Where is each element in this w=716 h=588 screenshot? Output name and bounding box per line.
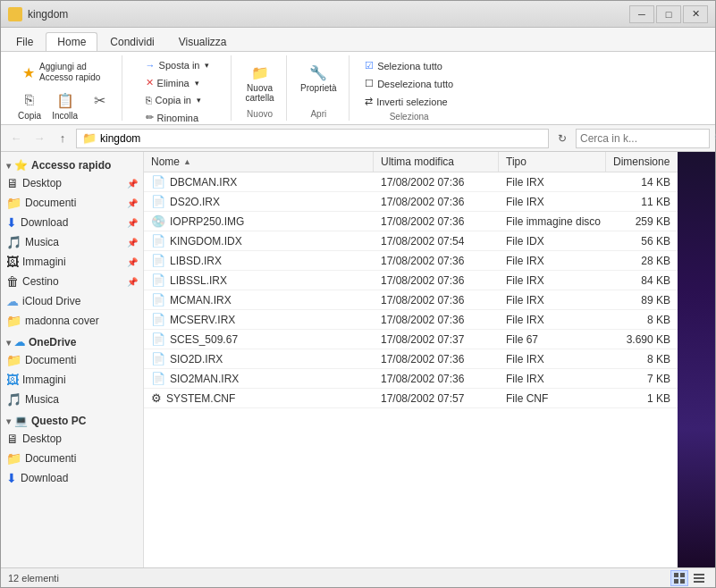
titlebar-title: kingdom <box>28 8 629 21</box>
invert-icon: ⇄ <box>365 96 373 107</box>
deseleziona-tutto-button[interactable]: ☐ Deseleziona tutto <box>358 75 459 92</box>
up-button[interactable]: ↑ <box>53 129 72 148</box>
file-modified-cell: 17/08/2002 07:36 <box>374 251 499 270</box>
col-modifica[interactable]: Ultima modifica <box>374 152 499 172</box>
sidebar-item-immagini-quick[interactable]: 🖼 Immagini 📌 <box>1 252 143 272</box>
pin-icon: 📌 <box>127 257 138 267</box>
proprieta-button[interactable]: 🔧 Proprietà <box>296 59 341 96</box>
filelist: Nome ▲ Ultima modifica Tipo Dimensione 📄… <box>144 152 678 567</box>
table-row[interactable]: 📄 MCMAN.IRX 17/08/2002 07:36 File IRX 89… <box>144 290 678 310</box>
table-row[interactable]: 📄 SIO2MAN.IRX 17/08/2002 07:36 File IRX … <box>144 369 678 389</box>
copia-button[interactable]: ⎘ Copia <box>13 87 46 123</box>
search-box[interactable]: 🔍 <box>576 129 710 148</box>
forward-button[interactable]: → <box>29 129 49 148</box>
tab-file[interactable]: File <box>4 32 45 51</box>
window: kingdom ─ □ ✕ File Home Condividi Visual… <box>0 0 716 588</box>
minimize-button[interactable]: ─ <box>629 5 654 23</box>
filelist-header: Nome ▲ Ultima modifica Tipo Dimensione <box>144 152 678 172</box>
sidebar-item-label: Musica <box>25 236 59 248</box>
table-row[interactable]: 📄 LIBSD.IRX 17/08/2002 07:36 File IRX 28… <box>144 251 678 271</box>
file-size-cell: 3.690 KB <box>606 330 678 349</box>
sidebar-item-desktop-pc[interactable]: 🖥 Desktop <box>1 429 143 449</box>
nuova-cartella-button[interactable]: 📁 Nuovacartella <box>240 59 278 105</box>
tab-home[interactable]: Home <box>46 32 97 51</box>
arrow-icon: ▾ <box>6 161 11 171</box>
close-button[interactable]: ✕ <box>683 5 708 23</box>
clipboard-row: ⎘ Copia 📋 Incolla ✂ <box>13 87 114 123</box>
file-icon: 📄 <box>151 372 165 385</box>
search-input[interactable] <box>580 132 714 145</box>
tab-share[interactable]: Condividi <box>98 32 165 51</box>
sidebar-header-accesso-rapido[interactable]: ▾ ⭐ Accesso rapido <box>1 155 143 173</box>
sidebar-item-label: iCloud Drive <box>22 295 80 307</box>
table-row[interactable]: 💿 IOPRP250.IMG 17/08/2002 07:36 File imm… <box>144 212 678 231</box>
maximize-button[interactable]: □ <box>656 5 681 23</box>
desktop-icon: 🖥 <box>6 432 19 446</box>
file-name-cell: 📄 SIO2D.IRX <box>144 349 374 368</box>
folder-icon: 📁 <box>82 131 97 145</box>
table-row[interactable]: 📄 MCSERV.IRX 17/08/2002 07:36 File IRX 8… <box>144 310 678 330</box>
folder-icon: 📁 <box>6 196 21 210</box>
properties-icon: 🔧 <box>307 62 329 83</box>
view-list-button[interactable] <box>690 570 708 586</box>
grid-icon <box>673 572 686 584</box>
col-tipo[interactable]: Tipo <box>499 152 606 172</box>
sidebar-item-madonna[interactable]: 📁 madonna cover <box>1 311 143 331</box>
sposta-button[interactable]: → Sposta in▾ <box>139 57 216 73</box>
view-grid-button[interactable] <box>670 570 688 586</box>
address-bar[interactable]: 📁 kingdom <box>76 129 549 148</box>
sidebar-header-questo-pc[interactable]: ▾ 💻 Questo PC <box>1 411 143 429</box>
sidebar-item-immagini-od[interactable]: 🖼 Immagini <box>1 370 143 390</box>
table-row[interactable]: 📄 DS2O.IRX 17/08/2002 07:36 File IRX 11 … <box>144 192 678 212</box>
file-name-cell: 📄 MCSERV.IRX <box>144 310 374 329</box>
col-nome[interactable]: Nome ▲ <box>144 152 374 172</box>
questo-pc-label: Questo PC <box>31 415 86 427</box>
tab-view[interactable]: Visualizza <box>167 32 239 51</box>
sidebar-item-documenti-od[interactable]: 📁 Documenti <box>1 350 143 370</box>
sidebar-header-onedrive[interactable]: ▾ ☁ OneDrive <box>1 332 143 350</box>
nuovo-label: Nuovo <box>247 107 273 119</box>
sidebar-item-documenti-pc[interactable]: 📁 Documenti <box>1 449 143 468</box>
refresh-button[interactable]: ↻ <box>552 129 572 148</box>
sidebar-item-musica-quick[interactable]: 🎵 Musica 📌 <box>1 232 143 252</box>
back-button[interactable]: ← <box>6 129 26 148</box>
file-modified-cell: 17/08/2002 07:36 <box>374 290 499 309</box>
table-row[interactable]: 📄 DBCMAN.IRX 17/08/2002 07:36 File IRX 1… <box>144 172 678 192</box>
copia-in-button[interactable]: ⎘ Copia in▾ <box>139 92 216 108</box>
scissors-icon: ✂ <box>88 89 110 111</box>
seleziona-tutto-button[interactable]: ☑ Seleziona tutto <box>358 57 459 74</box>
sidebar-item-musica-od[interactable]: 🎵 Musica <box>1 390 143 409</box>
table-row[interactable]: 📄 KINGDOM.IDX 17/08/2002 07:54 File IDX … <box>144 231 678 251</box>
sidebar-item-desktop-quick[interactable]: 🖥 Desktop 📌 <box>1 173 143 193</box>
incolla-button[interactable]: 📋 Incolla <box>47 87 82 123</box>
sidebar-item-label: Download <box>21 472 68 484</box>
file-name: SCES_509.67 <box>170 333 238 346</box>
star-icon: ★ <box>18 62 39 83</box>
inverti-selezione-button[interactable]: ⇄ Inverti selezione <box>358 93 459 110</box>
elimina-button[interactable]: ✕ Elimina▾ <box>139 74 216 91</box>
cut-button[interactable]: ✂ <box>84 87 114 123</box>
table-row[interactable]: 📄 LIBSSL.IRX 17/08/2002 07:36 File IRX 8… <box>144 271 678 290</box>
main-area: ▾ ⭐ Accesso rapido 🖥 Desktop 📌 📁 Documen… <box>1 152 715 567</box>
col-dimensione[interactable]: Dimensione <box>606 152 678 172</box>
sidebar-item-cestino[interactable]: 🗑 Cestino 📌 <box>1 272 143 291</box>
address-path: kingdom <box>100 132 140 145</box>
file-icon: 📄 <box>151 234 165 248</box>
file-icon: 📄 <box>151 175 165 189</box>
table-row[interactable]: ⚙ SYSTEM.CNF 17/08/2002 07:57 File CNF 1… <box>144 389 678 408</box>
statusbar: 12 elementi <box>1 567 715 587</box>
sidebar-item-download-quick[interactable]: ⬇ Download 📌 <box>1 213 143 232</box>
table-row[interactable]: 📄 SCES_509.67 17/08/2002 07:37 File 67 3… <box>144 330 678 349</box>
sidebar-item-documenti-quick[interactable]: 📁 Documenti 📌 <box>1 193 143 213</box>
sidebar-item-download-pc[interactable]: ⬇ Download <box>1 468 143 488</box>
accesso-rapido-icon: ⭐ <box>14 159 28 172</box>
folder-icon: 📁 <box>6 451 21 466</box>
aggiungi-accesso-button[interactable]: ★ Aggiungi adAccesso rapido <box>13 59 105 86</box>
ribbon: File Home Condividi Visualizza ★ Aggiung… <box>1 28 715 125</box>
sidebar-item-icloud[interactable]: ☁ iCloud Drive <box>1 291 143 311</box>
file-type-cell: File IRX <box>499 290 606 309</box>
table-row[interactable]: 📄 SIO2D.IRX 17/08/2002 07:36 File IRX 8 … <box>144 349 678 369</box>
file-name-cell: 📄 LIBSD.IRX <box>144 251 374 270</box>
rinomina-button[interactable]: ✏ Rinomina <box>139 109 216 126</box>
onedrive-icon: ☁ <box>14 336 25 349</box>
